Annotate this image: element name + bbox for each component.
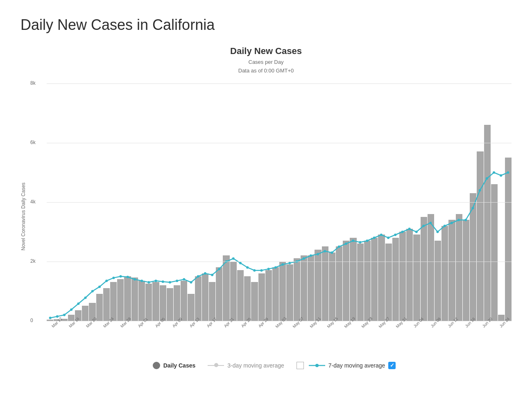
seven-day-dot <box>493 171 495 174</box>
y-axis-tick-label: 4k <box>30 199 36 205</box>
seven-day-dot <box>239 262 242 264</box>
seven-day-dot <box>380 233 383 236</box>
y-axis-label: Novel Coronavirus Daily Cases <box>20 83 26 350</box>
seven-day-dot <box>345 242 347 245</box>
seven-day-dot <box>352 239 354 242</box>
seven-day-dot <box>84 296 87 299</box>
seven-day-dot <box>127 275 129 278</box>
seven-day-dot <box>464 219 467 221</box>
y-axis-tick-label: 2k <box>30 258 36 264</box>
seven-day-dot <box>77 302 79 305</box>
seven-day-dot <box>246 266 249 268</box>
seven-day-dot <box>422 225 425 227</box>
seven-day-dot <box>211 273 213 276</box>
legend-7day: 7-day moving average <box>297 362 396 369</box>
y-axis-tick-label: 0 <box>30 318 33 323</box>
legend-7day-label: 7-day moving average <box>328 362 385 369</box>
seven-day-dot <box>436 230 439 233</box>
seven-day-dot <box>457 219 460 221</box>
seven-day-dot <box>500 174 502 176</box>
seven-day-dot <box>408 228 411 230</box>
grid-line: 8k <box>47 83 512 84</box>
chart-inner: 8k6k4k2k0 Mar 12Mar 16Mar 20Mar 24Mar 28… <box>30 83 512 350</box>
seven-day-dot <box>120 275 122 277</box>
seven-day-dot <box>486 177 488 180</box>
chart-title: Daily New Cases <box>230 46 302 56</box>
seven-day-dot <box>63 314 66 316</box>
legend-7day-line-svg <box>309 362 325 369</box>
legend-7day-icon <box>297 362 304 369</box>
legend-checkbox[interactable] <box>388 362 396 369</box>
seven-day-dot <box>281 263 284 266</box>
seven-day-dot <box>274 266 277 268</box>
y-axis-tick-label: 8k <box>30 80 36 86</box>
seven-day-dot <box>387 237 389 239</box>
grid-line: 2k <box>47 262 512 262</box>
seven-day-dot <box>331 251 333 254</box>
seven-day-dot <box>91 290 94 292</box>
seven-day-dot <box>359 241 361 243</box>
legend: Daily Cases 3-day moving average 7-day m… <box>136 362 396 369</box>
grid-line: 6k <box>47 143 512 143</box>
seven-day-dot <box>324 250 326 252</box>
seven-day-dot <box>183 278 185 280</box>
seven-day-dot <box>288 262 291 264</box>
seven-day-dot <box>366 239 368 242</box>
chart-plot: 8k6k4k2k0 <box>30 83 512 321</box>
seven-day-dot <box>479 189 481 192</box>
seven-day-dot <box>218 268 220 270</box>
legend-daily-cases: Daily Cases <box>153 362 196 369</box>
y-axis-tick-label: 6k <box>30 140 36 145</box>
seven-day-dot <box>444 225 446 227</box>
seven-day-dot <box>429 221 432 224</box>
seven-day-dot <box>471 207 474 209</box>
chart-subtitle: Cases per Day Data as of 0:00 GMT+0 <box>238 58 294 75</box>
legend-daily-cases-icon <box>153 362 160 369</box>
seven-day-dot <box>190 281 192 283</box>
seven-day-dot <box>451 221 453 224</box>
seven-day-dot <box>373 237 376 239</box>
seven-day-dot <box>98 285 101 288</box>
seven-day-dot <box>176 280 178 282</box>
seven-day-dot <box>70 308 72 311</box>
seven-day-dot <box>310 254 312 257</box>
seven-day-dot <box>260 269 263 271</box>
seven-day-dot <box>317 253 319 255</box>
seven-day-dot <box>169 281 171 283</box>
seven-day-dot <box>155 280 157 282</box>
seven-day-dot <box>147 281 150 283</box>
seven-day-dot <box>56 315 59 318</box>
seven-day-dot <box>112 276 115 279</box>
seven-day-dot <box>401 230 403 233</box>
grid-line: 4k <box>47 202 512 203</box>
seven-day-dot <box>394 233 396 236</box>
seven-day-dot <box>49 316 52 319</box>
seven-day-dot <box>507 171 509 174</box>
seven-day-dot <box>253 269 256 271</box>
svg-point-1 <box>315 364 319 367</box>
chart-area: Novel Coronavirus Daily Cases 8k6k4k2k0 … <box>20 83 512 350</box>
x-axis-container: Mar 12Mar 16Mar 20Mar 24Mar 28Apr 01Apr … <box>47 321 512 350</box>
seven-day-dot <box>197 275 199 277</box>
legend-daily-cases-label: Daily Cases <box>163 362 196 369</box>
seven-day-dot <box>105 280 108 282</box>
seven-day-dot <box>204 272 206 275</box>
seven-day-dot <box>134 278 136 280</box>
seven-day-dot <box>338 245 340 248</box>
seven-day-dot <box>162 280 164 283</box>
seven-day-avg-line <box>50 172 508 318</box>
legend-3day: 3-day moving average <box>208 362 284 369</box>
legend-3day-label: 3-day moving average <box>227 362 284 369</box>
page-title: Daily New Cases in California <box>20 16 512 34</box>
seven-day-dot <box>415 230 418 233</box>
seven-day-dot <box>140 280 143 282</box>
seven-day-dot <box>232 257 235 259</box>
chart-container: Daily New Cases Cases per Day Data as of… <box>20 46 512 369</box>
seven-day-dot <box>303 257 305 259</box>
seven-day-dot <box>267 268 270 270</box>
